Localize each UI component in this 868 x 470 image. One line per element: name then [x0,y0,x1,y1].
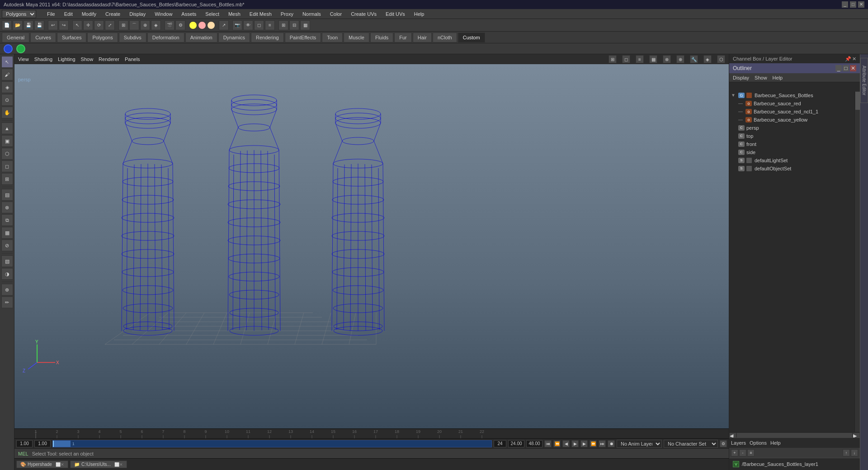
layer-new-button[interactable]: + [731,449,738,456]
tab-fluids[interactable]: Fluids [370,33,393,42]
select-mode-button[interactable]: ↖ [1,56,13,68]
tab-rendering[interactable]: Rendering [251,33,284,42]
move-tool-button[interactable]: ✛ [83,20,93,30]
menu-display[interactable]: Display [127,11,147,17]
cb-pin-icon[interactable]: 📌 [845,56,851,62]
outliner-expand-lightset[interactable] [731,158,736,163]
taskbar-file-explorer[interactable]: 📁 C:\Users\Uts... ⬜✕ [70,461,127,468]
menu-select[interactable]: Select [203,11,221,17]
maximize-button[interactable]: □ [850,1,856,8]
outliner-maximize[interactable]: □ [843,65,849,71]
playback-go-start[interactable]: ⏮ [544,440,552,447]
wax-button[interactable]: ⊗ [1,202,13,213]
camera-button[interactable]: 📷 [232,20,242,30]
paint-button[interactable]: 🖌 [1,69,13,80]
character-set-selector[interactable]: No Character Set [664,440,718,448]
playback-next-key[interactable]: ▶ [580,440,588,447]
view-button[interactable]: 👁 [243,20,253,30]
tab-general[interactable]: General [2,33,29,42]
check-circle-2[interactable] [16,44,25,53]
snap-point-button[interactable]: ⊕ [140,20,150,30]
menu-window[interactable]: Window [153,11,174,17]
outliner-vscrollbar-thumb[interactable] [855,92,860,110]
layers-help-tab[interactable]: Help [770,440,781,446]
anim-end-frame[interactable] [508,440,524,447]
menu-edit[interactable]: Edit [62,11,75,17]
playback-record[interactable]: ⏺ [608,440,615,447]
tab-surfaces[interactable]: Surfaces [57,33,86,42]
anim-range-end-marker[interactable] [494,440,506,447]
tab-muscle[interactable]: Muscle [344,33,369,42]
outliner-menu-show[interactable]: Show [755,75,767,80]
outliner-expand-yellow[interactable]: — [738,117,744,122]
menu-proxy[interactable]: Proxy [279,11,295,17]
vp-btn-7[interactable]: 🔧 [690,55,698,63]
menu-modify[interactable]: Modify [80,11,98,17]
display-button[interactable]: ◻ [254,20,264,30]
tab-subdivs[interactable]: Subdivs [119,33,146,42]
tab-ncloth[interactable]: nCloth [433,33,457,42]
extra-btn-2[interactable]: ⊟ [289,20,299,30]
viewport-main[interactable]: persp .wire { stroke: #1010cc; stroke-wi… [14,64,729,428]
render-settings-button[interactable]: ⚙ [175,20,185,30]
layer-visible-icon[interactable]: V [733,461,739,467]
snap-surface-button[interactable]: ◈ [151,20,161,30]
layer-move-down-button[interactable]: ↓ [851,449,858,456]
scale-tool-button[interactable]: ⤢ [105,20,115,30]
tab-dynamics[interactable]: Dynamics [218,33,250,42]
options-tab[interactable]: Options [750,440,767,446]
outliner-item-red-ncl[interactable]: — o Barbecue_sauce_red_ncl1_1 [729,108,854,116]
menu-edit-mesh[interactable]: Edit Mesh [248,11,274,17]
vp-btn-1[interactable]: ⊞ [609,55,617,63]
outliner-expand-root[interactable]: ▼ [731,93,736,98]
close-button[interactable]: ✕ [858,1,864,8]
outliner-expand-red-ncl[interactable]: — [738,109,744,114]
layer-item-1[interactable]: V /Barbecue_Sauces_Bottles_layer1 [731,460,858,468]
outliner-expand-red[interactable]: — [738,101,744,106]
layer-move-up-button[interactable]: ↑ [843,449,850,456]
show-manipulator-button[interactable]: ⊕ [1,284,13,296]
playback-play[interactable]: ▶ [571,440,579,447]
tab-toon[interactable]: Toon [322,33,343,42]
fill-button[interactable]: ▦ [1,227,13,239]
vp-btn-3[interactable]: ≡ [636,55,644,63]
outliner-item-front[interactable]: C front [729,140,854,148]
vp-btn-8[interactable]: ◈ [703,55,712,63]
menu-edit-uvs[interactable]: Edit UVs [384,11,407,17]
taskbar-hypershade[interactable]: 🎨 Hypershade ⬜✕ [16,461,68,468]
outliner-hscrollbar[interactable] [737,433,852,437]
light-3-button[interactable] [207,21,215,29]
tab-deformation[interactable]: Deformation [147,33,184,42]
outliner-item-objectset[interactable]: S defaultObjectSet [729,164,854,173]
knife-button[interactable]: ⊘ [1,240,13,251]
playback-go-end[interactable]: ⏭ [599,440,606,447]
show-button[interactable]: ≡ [265,20,275,30]
menu-create-uvs[interactable]: Create UVs [349,11,378,17]
outliner-hscrollbar-right[interactable]: ▶ [853,433,859,437]
snap-curve-button[interactable]: ⌒ [129,20,139,30]
rotate-tool-button[interactable]: ⟳ [94,20,104,30]
outliner-expand-persp[interactable] [731,125,736,131]
custom-manip-button[interactable]: ✏ [1,296,13,308]
select-tool-button[interactable]: ↖ [72,20,82,30]
outliner-expand-top[interactable] [731,133,736,139]
playback-step-fwd[interactable]: ⏩ [590,440,597,447]
menu-help[interactable]: Help [412,11,426,17]
renderer-menu[interactable]: Renderer [99,56,119,62]
outliner-menu-display[interactable]: Display [733,75,749,80]
show-menu[interactable]: Show [81,56,94,62]
repeat-button[interactable]: ⊞ [1,173,13,185]
save-scene-button[interactable]: 💾 [24,20,33,30]
outliner-expand-objectset[interactable] [731,166,736,171]
spray-button[interactable]: ◻ [1,160,13,172]
outliner-expand-front[interactable] [731,141,736,147]
scrape-button[interactable]: ⧉ [1,214,13,226]
attribute-editor-tab[interactable]: Attribute Editor [860,58,868,103]
grab-button[interactable]: ✋ [1,107,13,118]
cb-close-icon[interactable]: ✕ [852,56,856,62]
arrow-tool-button[interactable]: ↗ [219,20,229,30]
extra-btn-1[interactable]: ⊞ [278,20,288,30]
outliner-item-side[interactable]: C side [729,148,854,156]
anim-end-frame-2[interactable] [526,440,542,447]
menu-file[interactable]: File [45,11,57,17]
